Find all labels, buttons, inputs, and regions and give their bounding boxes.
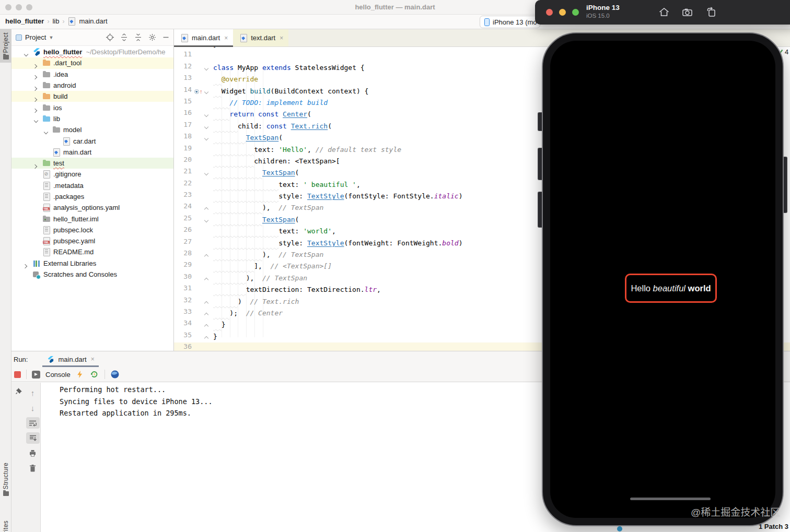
- fold-marker-icon[interactable]: [203, 86, 211, 97]
- tree-item-car-dart[interactable]: car.dart: [11, 135, 173, 146]
- gutter-spacer: [193, 167, 203, 179]
- tree-item-scratches-and-consoles[interactable]: Scratches and Consoles: [11, 269, 173, 280]
- fold-marker-icon[interactable]: [203, 273, 211, 284]
- tab-text-dart[interactable]: text.dart ×: [233, 29, 288, 46]
- code-text: child: const Text.rich(: [213, 121, 332, 132]
- expand-all-icon[interactable]: [120, 33, 128, 41]
- tree-item-main-dart[interactable]: main.dart: [11, 147, 173, 158]
- override-method-icon[interactable]: [193, 86, 203, 97]
- fold-marker-icon[interactable]: [203, 319, 211, 330]
- fold-marker-icon[interactable]: [203, 308, 211, 319]
- tree-item-test[interactable]: test: [11, 158, 173, 169]
- zoom-window-icon[interactable]: [572, 9, 579, 16]
- scroll-up-icon[interactable]: ↑: [26, 387, 40, 398]
- home-icon[interactable]: [658, 6, 670, 18]
- breadcrumb-separator: ›: [47, 18, 49, 25]
- tool-window-structure-button[interactable]: Structure: [0, 459, 11, 499]
- fold-marker-icon[interactable]: [203, 202, 211, 214]
- fold-marker-icon[interactable]: [203, 109, 211, 120]
- tree-item--packages[interactable]: .packages: [11, 191, 173, 202]
- tree-item-label: model: [63, 126, 82, 134]
- soft-wrap-icon[interactable]: [26, 417, 40, 429]
- scroll-to-end-icon[interactable]: [26, 432, 40, 444]
- fold-marker-icon[interactable]: [203, 214, 211, 226]
- tab-label: main.dart: [192, 34, 220, 42]
- line-number: 22: [174, 179, 193, 191]
- screenshot-camera-icon[interactable]: [681, 6, 694, 18]
- stop-button[interactable]: [14, 371, 21, 378]
- hello-annotation-box: Hello beautiful world: [625, 274, 717, 303]
- dart-file-icon: [239, 34, 248, 42]
- device-selector-label: iPhone 13 (mo: [493, 18, 537, 26]
- rotate-icon[interactable]: [705, 6, 717, 18]
- code-text: class MyApp extends StatelessWidget {: [213, 62, 365, 74]
- minimize-window-icon[interactable]: [559, 9, 566, 16]
- line-number: 32: [174, 296, 193, 308]
- tree-item-ios[interactable]: ios: [11, 102, 173, 113]
- breadcrumb-item[interactable]: main.dart: [79, 17, 107, 25]
- tree-item--gitignore[interactable]: .gitignore: [11, 169, 173, 180]
- tree-item-label: .gitignore: [53, 170, 81, 178]
- tree-item-pubspec-lock[interactable]: pubspec.lock: [11, 224, 173, 235]
- pin-icon[interactable]: [15, 387, 23, 395]
- close-icon[interactable]: ×: [280, 34, 283, 42]
- code-text: ), // TextSpan: [213, 249, 323, 261]
- line-number: 31: [174, 284, 193, 295]
- breadcrumb-item[interactable]: hello_flutter: [5, 17, 44, 25]
- hide-panel-icon[interactable]: [162, 34, 169, 41]
- print-icon[interactable]: [26, 447, 40, 459]
- tab-main-dart[interactable]: main.dart ×: [174, 29, 233, 46]
- tree-item-analysis-options-yaml[interactable]: analysis_options.yaml: [11, 202, 173, 213]
- tree-item-model[interactable]: model: [11, 124, 173, 135]
- gutter-spacer: [193, 50, 203, 62]
- simulator-screen[interactable]: Hello beautiful world: [550, 41, 775, 518]
- tree-item-hello-flutter[interactable]: hello_flutter~/Desktop/FlutterDemo/he: [11, 46, 173, 57]
- tool-window-favorites-button[interactable]: Favorites: [0, 517, 11, 532]
- hot-restart-icon[interactable]: [89, 370, 99, 379]
- devtools-icon[interactable]: [110, 370, 120, 379]
- line-number: 35: [174, 331, 193, 342]
- tree-item-android[interactable]: android: [11, 80, 173, 91]
- tree-item-build[interactable]: build: [11, 91, 173, 102]
- trash-icon[interactable]: [26, 463, 40, 474]
- tree-item-label: .metadata: [53, 182, 84, 190]
- tree-item--idea[interactable]: .idea: [11, 69, 173, 80]
- tree-item-pubspec-yaml[interactable]: pubspec.yaml: [11, 235, 173, 246]
- close-icon[interactable]: ×: [91, 356, 95, 363]
- tree-item-external-libraries[interactable]: External Libraries: [11, 258, 173, 269]
- hello-segment: beautiful: [653, 283, 686, 293]
- tree-item-readme-md[interactable]: README.md: [11, 246, 173, 257]
- chevron-down-icon[interactable]: ▼: [49, 35, 53, 40]
- project-panel-title[interactable]: Project: [25, 33, 46, 41]
- code-text: textDirection: TextDirection.ltr,: [213, 284, 381, 295]
- tree-item-lib[interactable]: lib: [11, 113, 173, 124]
- fold-marker-icon[interactable]: [203, 132, 211, 144]
- fold-marker-icon[interactable]: [203, 296, 211, 308]
- console-tab-label[interactable]: Console: [45, 371, 71, 379]
- device-selector[interactable]: iPhone 13 (mo: [480, 16, 540, 28]
- tree-item-hello-flutter-iml[interactable]: hello_flutter.iml: [11, 213, 173, 224]
- line-number: 20: [174, 156, 193, 167]
- tool-window-project-button[interactable]: Project: [0, 29, 11, 63]
- hot-reload-icon[interactable]: [76, 370, 84, 379]
- scroll-down-icon[interactable]: ↓: [26, 402, 40, 413]
- close-window-icon[interactable]: [546, 9, 553, 16]
- breadcrumb-item[interactable]: lib: [52, 17, 59, 25]
- fold-marker-icon[interactable]: [203, 121, 211, 132]
- collapse-all-icon[interactable]: [134, 33, 142, 41]
- fold-marker-icon[interactable]: [203, 62, 211, 74]
- fold-marker-icon[interactable]: [203, 167, 211, 179]
- home-indicator[interactable]: [630, 498, 711, 500]
- gutter-spacer: [193, 191, 203, 202]
- fold-marker-icon[interactable]: [203, 331, 211, 342]
- fold-marker-icon[interactable]: [203, 249, 211, 261]
- simulator-subtitle: iOS 15.0: [586, 13, 610, 19]
- close-icon[interactable]: ×: [224, 34, 228, 42]
- gear-icon[interactable]: [148, 33, 156, 41]
- code-text: ), // TextSpan: [213, 273, 307, 284]
- code-text: }: [213, 319, 225, 330]
- run-tab-main-dart[interactable]: main.dart ×: [42, 351, 98, 367]
- locate-file-icon[interactable]: [106, 33, 114, 41]
- tree-item--metadata[interactable]: .metadata: [11, 180, 173, 191]
- tree-item--dart-tool[interactable]: .dart_tool: [11, 57, 173, 68]
